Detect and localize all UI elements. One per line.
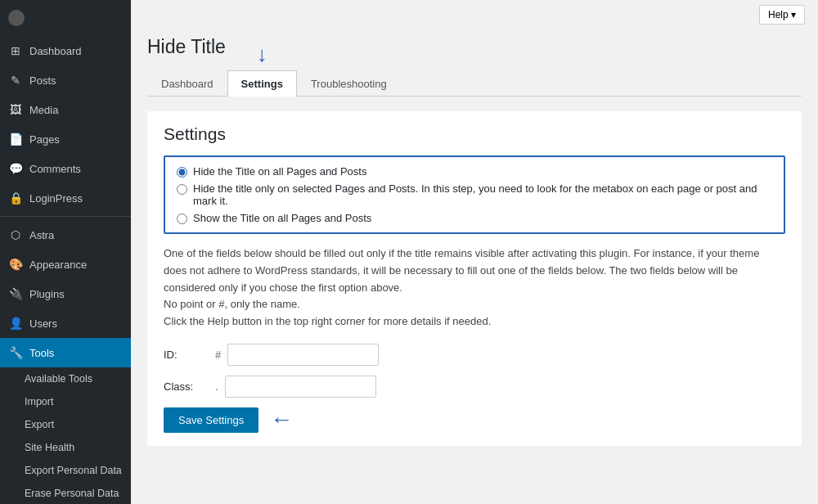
sidebar: ⊞ Dashboard ✎ Posts 🖼 Media 📄 Pages 💬 Co… bbox=[0, 0, 131, 504]
id-input[interactable] bbox=[227, 344, 379, 366]
sidebar-sub-export[interactable]: Export bbox=[0, 413, 131, 436]
media-icon: 🖼 bbox=[8, 102, 23, 117]
radio-label-1: Hide the Title on all Pages and Posts bbox=[193, 165, 366, 178]
save-btn-row: Save Settings ← bbox=[164, 407, 785, 433]
sidebar-label-media: Media bbox=[29, 104, 58, 116]
appearance-icon: 🎨 bbox=[8, 257, 23, 272]
main-content: Help ▾ Hide Title Dashboard ↓ Settings T… bbox=[131, 0, 818, 504]
sidebar-item-tools[interactable]: 🔧 Tools bbox=[0, 338, 131, 367]
available-tools-label: Available Tools bbox=[25, 373, 92, 385]
sidebar-item-dashboard[interactable]: ⊞ Dashboard bbox=[0, 36, 131, 65]
id-field-row: ID: # bbox=[164, 344, 785, 366]
sidebar-sub-import[interactable]: Import bbox=[0, 390, 131, 413]
sidebar-item-media[interactable]: 🖼 Media bbox=[0, 95, 131, 124]
sidebar-label-dashboard: Dashboard bbox=[29, 45, 82, 57]
sidebar-item-astra[interactable]: ⬡ Astra bbox=[0, 220, 131, 250]
site-health-label: Site Health bbox=[25, 442, 74, 453]
id-prefix: # bbox=[215, 349, 221, 361]
settings-section: Settings Hide the Title on all Pages and… bbox=[147, 111, 802, 446]
description-text: One of the fields below should be filled… bbox=[164, 245, 785, 331]
wp-logo-icon bbox=[8, 10, 25, 26]
help-button[interactable]: Help ▾ bbox=[759, 5, 805, 25]
sidebar-item-users[interactable]: 👤 Users bbox=[0, 308, 131, 338]
tab-troubleshooting[interactable]: Troubleshooting bbox=[297, 70, 401, 97]
radio-input-1[interactable] bbox=[177, 167, 187, 178]
sidebar-sub-export-personal-data[interactable]: Export Personal Data bbox=[0, 459, 131, 482]
sidebar-label-astra: Astra bbox=[29, 229, 54, 241]
posts-icon: ✎ bbox=[8, 73, 23, 88]
save-settings-button[interactable]: Save Settings bbox=[164, 407, 258, 433]
save-arrow-icon: ← bbox=[270, 408, 293, 431]
sidebar-item-pages[interactable]: 📄 Pages bbox=[0, 124, 131, 154]
export-personal-data-label: Export Personal Data bbox=[25, 465, 122, 476]
sidebar-label-users: Users bbox=[29, 317, 57, 330]
sidebar-sub-site-health[interactable]: Site Health bbox=[0, 436, 131, 459]
class-input[interactable] bbox=[225, 376, 376, 398]
tab-settings[interactable]: ↓ Settings bbox=[227, 70, 297, 97]
id-label: ID: bbox=[164, 349, 209, 361]
sidebar-label-posts: Posts bbox=[29, 74, 56, 87]
import-label: Import bbox=[25, 396, 53, 407]
plugins-icon: 🔌 bbox=[8, 286, 23, 301]
sidebar-label-pages: Pages bbox=[29, 133, 60, 146]
sidebar-item-comments[interactable]: 💬 Comments bbox=[0, 154, 131, 183]
erase-personal-data-label: Erase Personal Data bbox=[25, 488, 119, 499]
page-title: Hide Title bbox=[147, 36, 802, 58]
radio-option-3[interactable]: Show the Title on all Pages and Posts bbox=[177, 212, 772, 224]
section-title: Settings bbox=[164, 124, 785, 144]
sidebar-label-tools: Tools bbox=[29, 347, 54, 359]
dashboard-icon: ⊞ bbox=[8, 43, 23, 58]
export-label: Export bbox=[25, 419, 54, 430]
divider bbox=[0, 216, 131, 217]
sidebar-label-plugins: Plugins bbox=[29, 288, 65, 300]
tools-icon: 🔧 bbox=[8, 345, 23, 360]
tabs-row: Dashboard ↓ Settings Troubleshooting bbox=[147, 70, 802, 97]
sidebar-sub-available-tools[interactable]: Available Tools bbox=[0, 367, 131, 390]
sidebar-label-comments: Comments bbox=[29, 163, 81, 175]
sidebar-item-loginpress[interactable]: 🔒 LoginPress bbox=[0, 183, 131, 213]
pages-icon: 📄 bbox=[8, 132, 23, 146]
topbar: Help ▾ bbox=[131, 0, 818, 29]
comments-icon: 💬 bbox=[8, 161, 23, 176]
class-label: Class: bbox=[164, 380, 209, 393]
wp-brand bbox=[0, 0, 131, 36]
sidebar-item-posts[interactable]: ✎ Posts bbox=[0, 65, 131, 95]
loginpress-icon: 🔒 bbox=[8, 191, 23, 205]
astra-icon: ⬡ bbox=[8, 227, 23, 242]
users-icon: 👤 bbox=[8, 316, 23, 331]
radio-label-2: Hide the title only on selected Pages an… bbox=[193, 182, 772, 207]
radio-group: Hide the Title on all Pages and Posts Hi… bbox=[164, 155, 785, 234]
sidebar-item-plugins[interactable]: 🔌 Plugins bbox=[0, 279, 131, 308]
tab-dashboard[interactable]: Dashboard bbox=[147, 70, 227, 97]
class-prefix: . bbox=[215, 380, 218, 393]
radio-option-1[interactable]: Hide the Title on all Pages and Posts bbox=[177, 165, 772, 178]
radio-input-2[interactable] bbox=[177, 184, 187, 195]
sidebar-item-appearance[interactable]: 🎨 Appearance bbox=[0, 250, 131, 279]
radio-option-2[interactable]: Hide the title only on selected Pages an… bbox=[177, 182, 772, 207]
help-label: Help ▾ bbox=[768, 9, 796, 20]
sidebar-sub-erase-personal-data[interactable]: Erase Personal Data bbox=[0, 482, 131, 504]
sidebar-label-appearance: Appearance bbox=[29, 259, 87, 271]
class-field-row: Class: . bbox=[164, 376, 785, 398]
radio-input-3[interactable] bbox=[177, 214, 187, 224]
sidebar-label-loginpress: LoginPress bbox=[29, 192, 83, 205]
radio-label-3: Show the Title on all Pages and Posts bbox=[193, 212, 371, 224]
content-area: Hide Title Dashboard ↓ Settings Troubles… bbox=[131, 29, 818, 462]
